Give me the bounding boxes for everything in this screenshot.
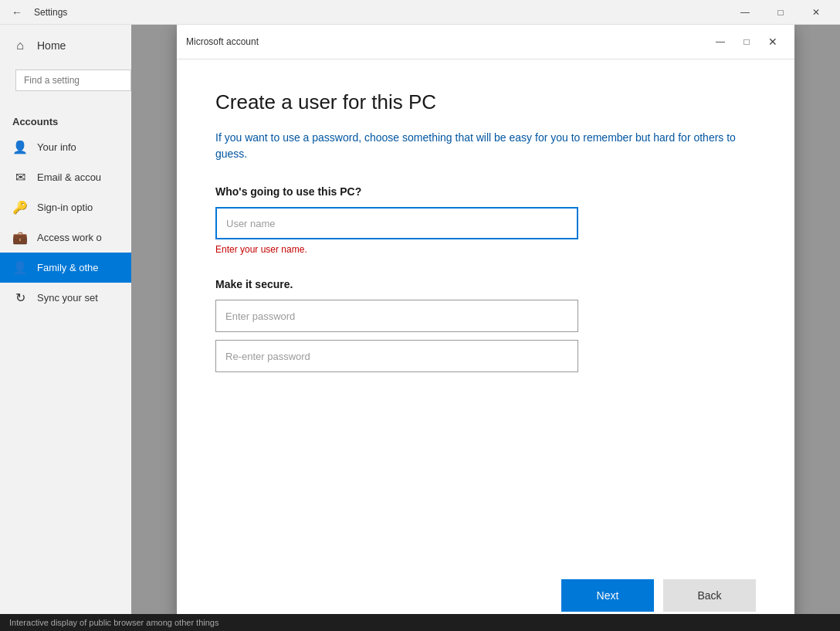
person-icon: 👤 [12, 140, 28, 154]
modal-title: Microsoft account [186, 36, 708, 47]
modal-close-button[interactable]: ✕ [760, 31, 785, 53]
sidebar-item-family[interactable]: 👤 Family & othe [0, 253, 131, 283]
sidebar-label-email: Email & accou [37, 171, 101, 183]
sidebar-item-email[interactable]: ✉ Email & accou [0, 162, 131, 192]
username-input[interactable] [215, 207, 578, 239]
reenter-password-input[interactable] [215, 340, 578, 372]
briefcase-icon: 💼 [12, 230, 28, 245]
back-button[interactable]: ← [6, 2, 28, 23]
app-body: ⌂ Home Accounts 👤 Your info ✉ Email & ac… [0, 25, 840, 614]
sidebar-item-your-info[interactable]: 👤 Your info [0, 132, 131, 162]
sidebar-item-sync[interactable]: ↻ Sync your set [0, 283, 131, 313]
content-area: Microsoft account — □ ✕ Create a user fo… [131, 25, 840, 614]
bottom-bar-text: Interactive display of public browser am… [9, 618, 218, 627]
bottom-bar: Interactive display of public browser am… [0, 614, 840, 631]
minimize-button[interactable]: — [727, 0, 763, 25]
email-icon: ✉ [12, 170, 28, 185]
modal-titlebar: Microsoft account — □ ✕ [177, 25, 794, 59]
modal-description: If you want to use a password, choose so… [215, 130, 740, 162]
modal-overlay: Microsoft account — □ ✕ Create a user fo… [131, 25, 840, 614]
next-button[interactable]: Next [561, 579, 654, 612]
sidebar-section-title: Accounts [0, 110, 131, 132]
modal-body: Create a user for this PC If you want to… [177, 59, 794, 564]
modal-footer: Next Back [177, 564, 794, 614]
sidebar-home-label: Home [37, 39, 66, 52]
maximize-button[interactable]: □ [763, 0, 798, 25]
key-icon: 🔑 [12, 200, 28, 215]
modal-heading: Create a user for this PC [215, 90, 756, 114]
sidebar-search-container [8, 65, 124, 100]
window-controls: — □ ✕ [727, 0, 834, 25]
sidebar-label-signin: Sign-in optio [37, 202, 93, 213]
password-input[interactable] [215, 300, 578, 332]
family-icon: 👤 [12, 260, 28, 275]
sidebar-item-signin[interactable]: 🔑 Sign-in optio [0, 192, 131, 222]
window-close-button[interactable]: ✕ [798, 0, 834, 25]
window-title: Settings [34, 7, 67, 18]
who-label: Who's going to use this PC? [215, 185, 756, 198]
title-bar: ← Settings — □ ✕ [0, 0, 840, 25]
sidebar-label-sync: Sync your set [37, 292, 98, 304]
modal-maximize-button[interactable]: □ [734, 31, 759, 53]
sidebar-item-access-work[interactable]: 💼 Access work o [0, 222, 131, 253]
modal-minimize-button[interactable]: — [708, 31, 733, 53]
sync-icon: ↻ [12, 290, 28, 305]
modal-dialog: Microsoft account — □ ✕ Create a user fo… [177, 25, 794, 614]
username-error: Enter your user name. [215, 244, 756, 255]
sidebar-label-access-work: Access work o [37, 232, 102, 243]
back-button[interactable]: Back [663, 579, 756, 612]
sidebar-item-home[interactable]: ⌂ Home [0, 31, 131, 60]
secure-label: Make it secure. [215, 278, 756, 290]
home-icon: ⌂ [12, 39, 28, 53]
sidebar-label-family: Family & othe [37, 262, 98, 273]
sidebar-label-your-info: Your info [37, 141, 76, 153]
sidebar: ⌂ Home Accounts 👤 Your info ✉ Email & ac… [0, 25, 131, 614]
search-input[interactable] [15, 70, 131, 91]
